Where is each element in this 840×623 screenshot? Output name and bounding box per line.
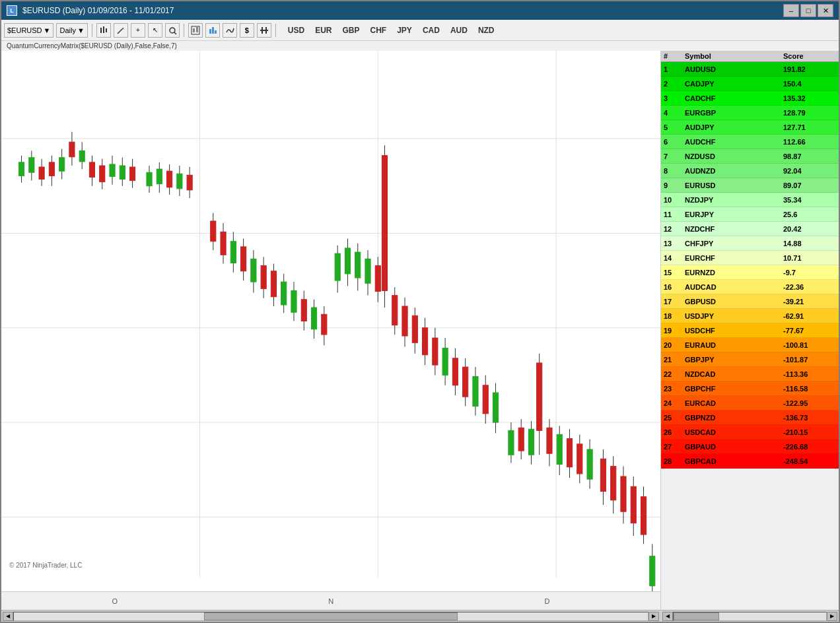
score-row: 7 NZDUSD 98.87: [661, 149, 839, 164]
scroll-track[interactable]: [13, 612, 648, 621]
row-rank: 11: [664, 211, 685, 218]
score-row: 28 GBPCAD -248.54: [661, 454, 839, 469]
svg-rect-75: [291, 290, 297, 312]
row-rank: 8: [664, 167, 685, 175]
svg-rect-47: [130, 167, 135, 180]
row-symbol: NZDJPY: [685, 196, 783, 204]
svg-rect-0: [100, 28, 102, 33]
window-controls: – □ ✕: [783, 4, 833, 17]
scroll-thumb[interactable]: [204, 612, 458, 620]
svg-rect-143: [641, 497, 646, 535]
timeframe-selector[interactable]: Daily ▼: [56, 23, 87, 38]
tab-nzd[interactable]: NZD: [475, 24, 497, 36]
maximize-button[interactable]: □: [800, 4, 816, 17]
row-rank: 9: [664, 181, 685, 189]
main-window: L $EURUSD (Daily) 01/09/2016 - 11/01/201…: [0, 0, 840, 623]
select-btn[interactable]: [165, 23, 180, 38]
panel-scrollbar[interactable]: ◀ ▶: [661, 610, 839, 622]
row-score: -22.36: [783, 283, 836, 291]
indicator-btn[interactable]: [223, 23, 237, 38]
crosshair-btn[interactable]: +: [131, 23, 145, 38]
timeframe-value: Daily: [59, 26, 75, 34]
svg-rect-67: [251, 259, 256, 282]
row-symbol: USDCHF: [685, 327, 783, 335]
bar-type-btn[interactable]: [96, 23, 111, 38]
row-rank: 15: [664, 269, 685, 277]
panel-scroll-thumb[interactable]: [674, 612, 719, 620]
score-row: 26 USDCAD -210.15: [661, 425, 839, 440]
row-score: -9.7: [783, 269, 836, 277]
row-score: 127.71: [783, 123, 836, 131]
score-rows: 1 AUDUSD 191.82 2 CADJPY 150.4 3 CADCHF …: [661, 62, 839, 469]
row-symbol: GBPCHF: [685, 385, 783, 393]
minimize-button[interactable]: –: [783, 4, 799, 17]
svg-rect-99: [412, 315, 417, 343]
svg-rect-119: [518, 428, 524, 451]
row-symbol: AUDUSD: [685, 65, 783, 73]
row-symbol: NZDUSD: [685, 152, 783, 160]
tab-aud[interactable]: AUD: [448, 24, 470, 36]
row-rank: 18: [664, 312, 685, 320]
svg-rect-57: [187, 175, 192, 190]
score-row: 19 USDCHF -77.67: [661, 323, 839, 338]
svg-rect-2: [106, 28, 107, 32]
svg-rect-121: [528, 429, 534, 455]
tab-jpy[interactable]: JPY: [394, 24, 415, 36]
chart-canvas[interactable]: © 2017 NinjaTrader, LLC: [1, 51, 660, 591]
score-row: 24 EURCAD -122.95: [661, 396, 839, 410]
svg-rect-123: [537, 363, 542, 430]
row-symbol: NZDCHF: [685, 225, 783, 233]
dollar-btn[interactable]: $: [240, 23, 254, 38]
svg-rect-113: [483, 385, 488, 414]
scroll-right-btn[interactable]: ▶: [648, 612, 659, 621]
tab-eur[interactable]: EUR: [312, 24, 334, 36]
svg-rect-115: [493, 393, 498, 422]
svg-rect-87: [355, 252, 361, 278]
symbol-selector[interactable]: $EURUSD ▼: [4, 23, 53, 38]
panel-scroll-track[interactable]: [673, 612, 827, 621]
prop-btn[interactable]: [257, 23, 271, 38]
row-symbol: AUDCHF: [685, 138, 783, 146]
panel-scroll-left-btn[interactable]: ◀: [662, 612, 673, 621]
row-symbol: AUDCAD: [685, 283, 783, 291]
row-rank: 6: [664, 138, 685, 146]
strategy-btn[interactable]: [188, 23, 203, 38]
time-label-o: O: [112, 597, 118, 605]
candlestick-chart: [1, 51, 660, 591]
panel-scroll-right-btn[interactable]: ▶: [827, 612, 837, 621]
close-button[interactable]: ✕: [818, 4, 833, 17]
svg-rect-107: [452, 358, 458, 385]
row-rank: 13: [664, 240, 685, 247]
svg-rect-111: [473, 376, 478, 406]
header-rank: #: [664, 52, 685, 60]
tab-usd[interactable]: USD: [285, 24, 307, 36]
score-row: 2 CADJPY 150.4: [661, 77, 839, 91]
row-symbol: GBPJPY: [685, 356, 783, 364]
svg-rect-79: [311, 308, 316, 329]
score-row: 22 NZDCAD -113.36: [661, 367, 839, 381]
draw-btn[interactable]: [114, 23, 128, 38]
row-symbol: CADCHF: [685, 94, 783, 102]
tab-gbp[interactable]: GBP: [340, 24, 363, 36]
svg-rect-137: [611, 467, 616, 500]
row-rank: 21: [664, 356, 685, 364]
tab-chf[interactable]: CHF: [368, 24, 390, 36]
pointer-btn[interactable]: ↖: [148, 23, 162, 38]
svg-rect-71: [271, 271, 276, 297]
row-rank: 4: [664, 109, 685, 117]
chart-area: © 2017 NinjaTrader, LLC O N D ◀ ▶: [1, 51, 660, 622]
time-label-d: D: [544, 597, 549, 605]
tab-cad[interactable]: CAD: [420, 24, 442, 36]
svg-rect-7: [192, 26, 199, 34]
svg-rect-59: [211, 221, 216, 242]
row-rank: 1: [664, 65, 685, 73]
scroll-left-btn[interactable]: ◀: [3, 612, 13, 621]
chart-type-btn[interactable]: [205, 23, 220, 38]
horizontal-scrollbar[interactable]: ◀ ▶: [1, 610, 660, 622]
row-score: 92.04: [783, 167, 836, 175]
svg-rect-83: [335, 253, 340, 280]
score-row: 6 AUDCHF 112.66: [661, 135, 839, 149]
svg-rect-10: [209, 29, 211, 34]
row-score: 20.42: [783, 225, 836, 233]
row-rank: 14: [664, 254, 685, 262]
